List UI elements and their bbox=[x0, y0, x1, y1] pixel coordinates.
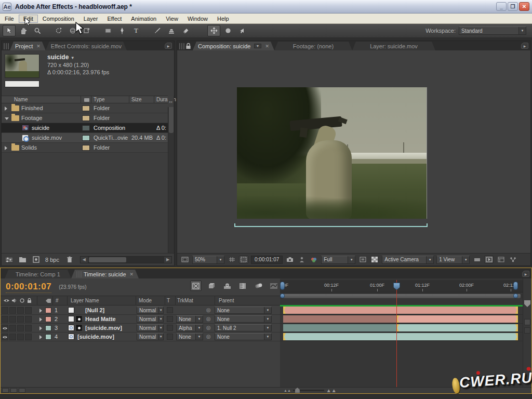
column-layer-name[interactable]: Layer Name bbox=[71, 298, 99, 303]
eraser-tool-icon[interactable] bbox=[179, 25, 192, 36]
shy-layers-icon[interactable] bbox=[221, 281, 233, 291]
selection-tool-icon[interactable] bbox=[3, 25, 16, 36]
blend-mode-dropdown[interactable]: Normal▼ bbox=[137, 324, 164, 331]
menu-window[interactable]: Window bbox=[183, 15, 212, 23]
time-navigator-start-handle[interactable] bbox=[280, 282, 285, 290]
chevron-down-icon[interactable]: ▼ bbox=[254, 44, 262, 48]
menu-effect[interactable]: Effect bbox=[102, 15, 126, 23]
project-row-suicide-mov[interactable]: suicide.mov QuickTi...ovie 20.4 MB Δ 0: bbox=[2, 133, 168, 143]
active-camera-dropdown[interactable]: Active Camera▼ bbox=[382, 256, 434, 264]
project-vertical-scrollbar[interactable] bbox=[168, 96, 174, 253]
draft-3d-icon[interactable] bbox=[206, 281, 217, 291]
zoom-in-mountain-icon[interactable]: ▲▲ bbox=[326, 388, 337, 393]
region-of-interest-icon[interactable] bbox=[358, 256, 367, 263]
comp-mini-flowchart-icon[interactable] bbox=[190, 281, 202, 291]
blend-mode-dropdown[interactable]: Normal▼ bbox=[137, 307, 164, 314]
scroll-left-icon[interactable]: ◀ bbox=[81, 257, 88, 263]
label-swatch[interactable] bbox=[45, 308, 51, 313]
trash-icon[interactable] bbox=[64, 256, 75, 264]
pixel-aspect-correction-icon[interactable] bbox=[472, 256, 482, 263]
grid-guides-icon[interactable] bbox=[227, 256, 236, 263]
tab-project[interactable]: Project✕ bbox=[10, 42, 46, 50]
twirl-right-icon[interactable] bbox=[39, 309, 42, 313]
expand-layer-switches-icon[interactable] bbox=[2, 388, 9, 393]
expand-transfer-controls-icon[interactable] bbox=[10, 388, 17, 393]
view-layout-dropdown[interactable]: 1 View▼ bbox=[436, 256, 470, 264]
label-swatch[interactable] bbox=[82, 115, 90, 121]
comp-flowchart-icon[interactable] bbox=[508, 256, 517, 263]
twirl-right-icon[interactable] bbox=[39, 335, 42, 339]
text-tool-icon[interactable]: T bbox=[129, 25, 142, 36]
column-mode[interactable]: Mode bbox=[139, 298, 152, 303]
menu-view[interactable]: View bbox=[161, 15, 183, 23]
project-row-solids[interactable]: Solids Folder bbox=[2, 143, 168, 153]
solo-column-icon[interactable] bbox=[20, 298, 24, 303]
resolution-dropdown[interactable]: Full▼ bbox=[321, 256, 355, 264]
video-switch[interactable] bbox=[2, 307, 8, 314]
parent-pickwhip-icon[interactable]: ◎ bbox=[206, 325, 211, 330]
motion-blur-icon[interactable] bbox=[252, 281, 264, 291]
project-item-name[interactable]: suicide ▼ bbox=[47, 54, 75, 61]
project-flowchart-icon[interactable]: ⚏ bbox=[168, 96, 174, 107]
parent-dropdown[interactable]: 1. Null 2▼ bbox=[215, 324, 272, 331]
close-icon[interactable]: ✕ bbox=[265, 44, 269, 49]
twirl-right-icon[interactable] bbox=[39, 326, 42, 330]
timeline-current-time[interactable]: 0:00:01:07 bbox=[6, 282, 51, 293]
lock-switch[interactable] bbox=[25, 334, 32, 340]
close-button[interactable]: ✕ bbox=[519, 2, 529, 11]
minimize-button[interactable]: _ bbox=[496, 2, 507, 11]
solo-switch[interactable] bbox=[17, 325, 24, 331]
unified-camera-tool-icon[interactable] bbox=[207, 25, 220, 36]
blend-mode-dropdown[interactable]: Normal▼ bbox=[137, 315, 164, 323]
current-time-indicator-line[interactable] bbox=[396, 280, 397, 387]
zoom-out-mountain-icon[interactable]: ▲▲ bbox=[284, 389, 291, 392]
lock-switch[interactable] bbox=[25, 316, 32, 323]
workspace-dropdown[interactable]: Standard▼ bbox=[459, 26, 526, 35]
trkmat-dropdown[interactable]: None▼ bbox=[176, 333, 203, 340]
video-switch[interactable] bbox=[2, 316, 8, 323]
mask-visibility-icon[interactable] bbox=[239, 256, 248, 263]
label-swatch[interactable] bbox=[45, 316, 51, 322]
composition-view-area[interactable] bbox=[177, 50, 530, 253]
layer-bar[interactable] bbox=[396, 315, 518, 323]
label-swatch[interactable] bbox=[82, 135, 90, 141]
time-navigator-end-handle[interactable] bbox=[513, 282, 518, 290]
solo-switch[interactable] bbox=[17, 316, 24, 323]
tab-timeline-suicide[interactable]: Timeline: suicide ✕ bbox=[71, 270, 139, 278]
audio-switch[interactable] bbox=[9, 334, 16, 340]
clone-stamp-tool-icon[interactable] bbox=[165, 25, 178, 36]
parent-pickwhip-icon[interactable]: ◎ bbox=[206, 307, 211, 313]
layer-row-3[interactable]: 3 [suicide.mov] Normal▼ Alpha▼ ◎ 1. Null… bbox=[1, 324, 280, 332]
panel-menu-icon[interactable]: ▶ bbox=[521, 43, 528, 49]
close-icon[interactable]: ✕ bbox=[130, 272, 134, 277]
tab-layer-suicide-mov[interactable]: Layer: suicide.mov bbox=[352, 42, 435, 50]
work-area-start-handle[interactable] bbox=[280, 294, 285, 298]
new-folder-icon[interactable] bbox=[17, 256, 28, 264]
lock-column-icon[interactable] bbox=[27, 298, 32, 303]
brush-tool-icon[interactable] bbox=[151, 25, 164, 36]
bit-depth-button[interactable]: 8 bpc bbox=[45, 257, 59, 263]
column-size[interactable]: Size bbox=[131, 97, 141, 103]
transparency-grid-icon[interactable] bbox=[370, 256, 379, 263]
parent-pickwhip-icon[interactable]: ◎ bbox=[206, 334, 211, 339]
label-swatch[interactable] bbox=[82, 105, 90, 111]
preserve-transparency-checkbox[interactable] bbox=[167, 316, 173, 322]
panel-menu-icon[interactable]: ▶ bbox=[165, 43, 172, 49]
solo-switch[interactable] bbox=[17, 334, 24, 340]
panel-grip-icon[interactable] bbox=[179, 43, 184, 49]
snapshot-icon[interactable] bbox=[285, 256, 295, 263]
menu-file[interactable]: File bbox=[0, 15, 19, 23]
column-name[interactable]: Name bbox=[14, 97, 28, 103]
channel-icon[interactable] bbox=[309, 256, 318, 263]
layer-bar[interactable] bbox=[283, 307, 518, 314]
zoom-slider-thumb[interactable] bbox=[295, 388, 300, 393]
magnification-dropdown[interactable]: 50%▼ bbox=[192, 256, 224, 264]
layer-bar-dimmed[interactable] bbox=[283, 324, 396, 331]
video-switch[interactable] bbox=[2, 334, 8, 340]
audio-switch[interactable] bbox=[9, 307, 16, 314]
menu-help[interactable]: Help bbox=[212, 15, 234, 23]
layer-bar-dimmed[interactable] bbox=[283, 315, 396, 323]
layer-bar[interactable] bbox=[283, 333, 518, 340]
hand-tool-icon[interactable] bbox=[17, 25, 30, 36]
work-area-bar[interactable] bbox=[280, 294, 523, 299]
